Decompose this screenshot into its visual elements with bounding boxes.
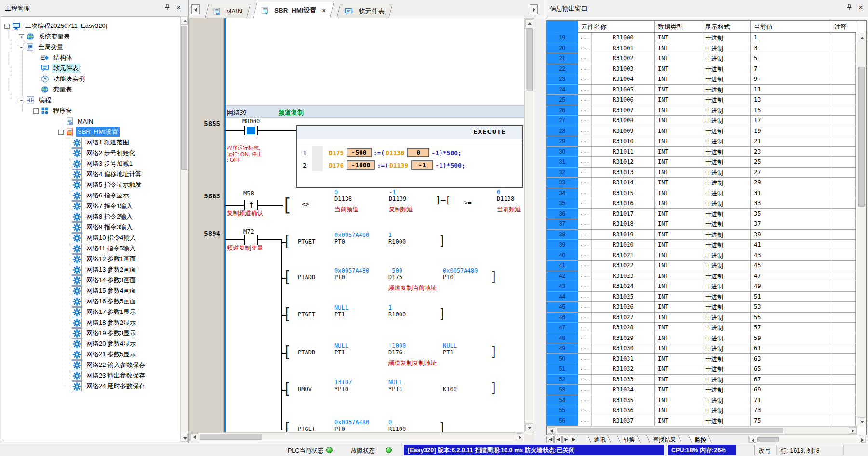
instruction-bmov-5[interactable]: [BMOV13107*PT0NULL*PT1K100] xyxy=(189,379,524,408)
header-current-value[interactable]: 当前值 xyxy=(751,21,831,33)
tab-close-icon[interactable]: × xyxy=(322,7,326,14)
header-display-format[interactable]: 显示格式 xyxy=(702,21,751,33)
tree-item-网络17 参数1显示[interactable]: 网络17 参数1显示 xyxy=(1,307,137,317)
row-expand-dots[interactable]: ... xyxy=(578,95,592,105)
row-expand-dots[interactable]: ... xyxy=(578,209,592,220)
tree-item-网络22 输入参数保存[interactable]: 网络22 输入参数保存 xyxy=(1,360,147,370)
output-tab-转换[interactable]: 转换 xyxy=(617,435,641,443)
watch-row-R31009[interactable]: 28...R31009INT十进制19 xyxy=(547,126,866,137)
tree-item-软元件表[interactable]: 软元件表 xyxy=(1,63,80,74)
watch-row-R31031[interactable]: 50...R31031INT十进制63 xyxy=(547,354,866,365)
row-expand-dots[interactable]: ... xyxy=(578,385,592,395)
tree-item-编程[interactable]: −编程 xyxy=(1,95,53,105)
watch-row-R31007[interactable]: 26...R31007INT十进制15 xyxy=(547,105,866,116)
execute-st-block[interactable]: EXECUTE 1D175-500:=(D11380-1)*500;2D176-… xyxy=(296,125,523,188)
watch-row-R31018[interactable]: 37...R31018INT十进制37 xyxy=(547,219,866,230)
row-expand-dots[interactable]: ... xyxy=(578,333,592,344)
instruction-ptget-3[interactable]: [PTGETNULLPT11R1000] xyxy=(189,305,524,334)
tree-item-网络13 参数2画面[interactable]: 网络13 参数2画面 xyxy=(1,264,137,275)
tab-scroll-right-button[interactable] xyxy=(530,4,538,14)
row-expand-dots[interactable]: ... xyxy=(578,250,592,261)
editor-tab-SBR_HMI设置[interactable]: SSBR_HMI设置× xyxy=(253,2,334,18)
output-tab-监控[interactable]: 监控 xyxy=(688,435,712,443)
tree-item-网络2 步号初始化[interactable]: 网络2 步号初始化 xyxy=(1,148,137,158)
watch-row-R31027[interactable]: 46...R31027INT十进制55 xyxy=(547,313,866,323)
watch-row-R31037[interactable]: 56...R31037INT十进制75 xyxy=(547,416,866,427)
row-expand-dots[interactable]: ... xyxy=(578,416,592,427)
tree-item-网络16 参数5画面[interactable]: 网络16 参数5画面 xyxy=(1,296,137,307)
output-tab-查找结果[interactable]: 查找结果 xyxy=(646,435,682,443)
watch-row-R31024[interactable]: 43...R31024INT十进制49 xyxy=(547,281,866,292)
row-expand-dots[interactable]: ... xyxy=(578,323,592,333)
tab-next-button[interactable]: ▶ xyxy=(562,436,570,443)
tree-item-网络6 指令显示[interactable]: 网络6 指令显示 xyxy=(1,190,131,201)
watch-row-R31028[interactable]: 47...R31028INT十进制57 xyxy=(547,323,866,333)
tab-scroll-left-button[interactable] xyxy=(191,4,200,14)
editor-hscrollbar[interactable] xyxy=(189,432,524,441)
watch-table-hscrollbar[interactable] xyxy=(547,426,857,435)
watch-row-R31030[interactable]: 49...R31030INT十进制61 xyxy=(547,343,866,354)
row-expand-dots[interactable]: ... xyxy=(578,219,592,230)
row-expand-dots[interactable]: ... xyxy=(578,375,592,385)
st-code-area[interactable]: 1D175-500:=(D11380-1)*500;2D176-1000:=(D… xyxy=(297,146,522,171)
collapse-icon[interactable]: − xyxy=(4,24,10,29)
tree-item-网络19 参数3显示[interactable]: 网络19 参数3显示 xyxy=(1,328,137,339)
tree-item-网络20 参数4显示[interactable]: 网络20 参数4显示 xyxy=(1,339,137,349)
panel-splitter[interactable] xyxy=(534,18,545,443)
row-expand-dots[interactable]: ... xyxy=(578,147,592,157)
row-expand-dots[interactable]: ... xyxy=(578,395,592,406)
output-tab-通讯[interactable]: 通讯 xyxy=(588,435,612,443)
tree-item-全局变量[interactable]: −全局变量 xyxy=(1,42,65,52)
row-expand-dots[interactable]: ... xyxy=(578,85,592,95)
tree-item-网络11 指令5输入[interactable]: 网络11 指令5输入 xyxy=(1,243,137,254)
row-expand-dots[interactable]: ... xyxy=(578,302,592,313)
watch-row-R31011[interactable]: 30...R31011INT十进制23 xyxy=(547,147,866,157)
tree-item-网络8 指令2输入[interactable]: 网络8 指令2输入 xyxy=(1,211,134,222)
tree-item-二次编程20250711 [Easy320][interactable]: −二次编程20250711 [Easy320] xyxy=(1,21,108,31)
instruction-ptadd-4[interactable]: [PTADDNULLPT1-1000D176频道复制复制地址NULLPT1] xyxy=(189,343,524,372)
watch-row-R31000[interactable]: 19...R31000INT十进制1 xyxy=(547,33,866,43)
row-expand-dots[interactable]: ... xyxy=(578,178,592,188)
row-expand-dots[interactable]: ... xyxy=(578,281,592,292)
tree-item-系统变量表[interactable]: +系统变量表 xyxy=(1,31,71,42)
st-code-line-2[interactable]: 2D176-1000:=(D1139-1-1)*500; xyxy=(297,159,522,171)
row-expand-dots[interactable]: ... xyxy=(578,271,592,282)
instruction-ptget-6[interactable]: [PTGET0x0057A480PT00R1100] xyxy=(189,419,524,432)
close-icon[interactable]: ✕ xyxy=(856,4,865,13)
tree-item-网络7 指令1输入[interactable]: 网络7 指令1输入 xyxy=(1,201,134,211)
pin-icon[interactable] xyxy=(163,4,172,13)
row-expand-dots[interactable]: ... xyxy=(578,33,592,43)
tab-last-button[interactable]: ▶| xyxy=(571,436,578,443)
row-expand-dots[interactable]: ... xyxy=(578,354,592,365)
row-expand-dots[interactable]: ... xyxy=(578,240,592,250)
watch-row-R31008[interactable]: 27...R31008INT十进制17 xyxy=(547,116,866,126)
close-icon[interactable]: ✕ xyxy=(174,4,183,13)
editor-vscrollbar[interactable] xyxy=(524,18,534,432)
tree-item-MAIN[interactable]: MMAIN xyxy=(1,116,95,127)
watch-row-R31013[interactable]: 32...R31013INT十进制27 xyxy=(547,168,866,178)
collapse-icon[interactable]: − xyxy=(58,130,64,135)
network-header[interactable]: 网络39 频道复制 xyxy=(226,105,524,118)
row-expand-dots[interactable]: ... xyxy=(578,198,592,209)
row-expand-dots[interactable]: ... xyxy=(578,105,592,116)
tab-prev-button[interactable]: ◀ xyxy=(554,436,562,443)
watch-row-R31020[interactable]: 39...R31020INT十进制41 xyxy=(547,240,866,250)
watch-row-R31026[interactable]: 45...R31026INT十进制53 xyxy=(547,302,866,313)
row-expand-dots[interactable]: ... xyxy=(578,53,592,64)
watch-row-R31010[interactable]: 29...R31010INT十进制21 xyxy=(547,136,866,147)
tree-item-网络10 指令4输入[interactable]: 网络10 指令4输入 xyxy=(1,233,137,243)
watch-row-R31023[interactable]: 42...R31023INT十进制47 xyxy=(547,271,866,282)
collapse-icon[interactable]: − xyxy=(19,45,24,50)
output-tab-scrollbar[interactable] xyxy=(748,436,866,443)
watch-row-R31003[interactable]: 22...R31003INT十进制7 xyxy=(547,64,866,75)
watch-row-R31004[interactable]: 23...R31004INT十进制9 xyxy=(547,74,866,85)
watch-table-vscrollbar[interactable] xyxy=(857,33,866,426)
instruction-ptadd-2[interactable]: [PTADD0x0057A480PT0-500D175频道复制当前地址0x005… xyxy=(189,268,524,297)
row-expand-dots[interactable]: ... xyxy=(578,126,592,137)
tree-item-网络21 参数5显示[interactable]: 网络21 参数5显示 xyxy=(1,349,137,360)
tree-item-结构体[interactable]: 结构体 xyxy=(1,52,74,63)
tree-item-网络24 延时参数保存[interactable]: 网络24 延时参数保存 xyxy=(1,381,147,391)
header-comment[interactable]: 注释 xyxy=(831,21,856,33)
compare-op-2[interactable]: >= xyxy=(464,199,472,206)
editor-tab-MAIN[interactable]: MMAIN xyxy=(205,4,250,18)
